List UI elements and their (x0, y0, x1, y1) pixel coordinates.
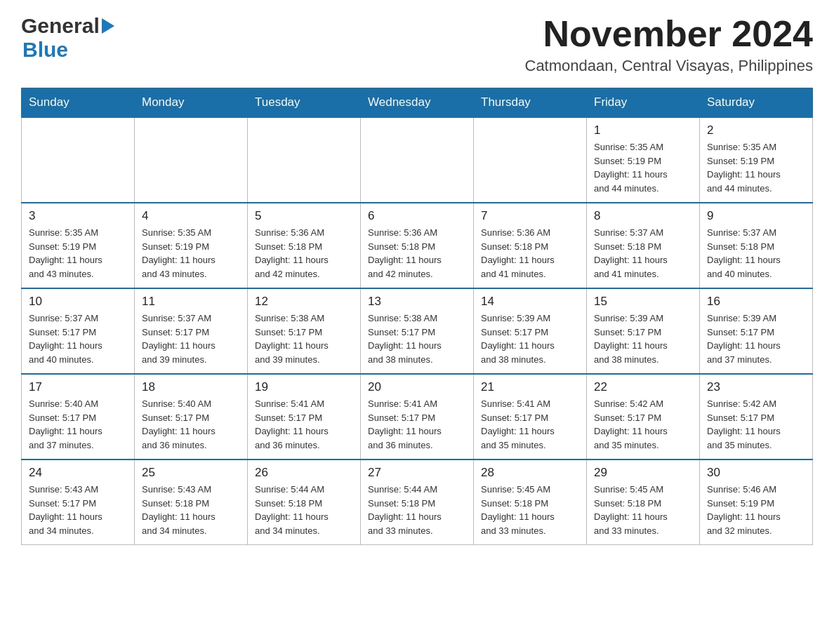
table-row: 29Sunrise: 5:45 AMSunset: 5:18 PMDayligh… (587, 459, 700, 545)
day-info: Sunrise: 5:41 AMSunset: 5:17 PMDaylight:… (368, 397, 466, 452)
day-number: 28 (481, 466, 579, 480)
day-info: Sunrise: 5:44 AMSunset: 5:18 PMDaylight:… (368, 483, 466, 537)
day-number: 24 (29, 466, 127, 480)
table-row: 6Sunrise: 5:36 AMSunset: 5:18 PMDaylight… (361, 203, 474, 288)
day-number: 2 (707, 123, 805, 137)
table-row: 27Sunrise: 5:44 AMSunset: 5:18 PMDayligh… (361, 459, 474, 545)
day-info: Sunrise: 5:37 AMSunset: 5:17 PMDaylight:… (142, 311, 240, 366)
day-info: Sunrise: 5:41 AMSunset: 5:17 PMDaylight:… (255, 397, 353, 452)
logo-general-text: General (21, 14, 100, 38)
day-info: Sunrise: 5:41 AMSunset: 5:17 PMDaylight:… (481, 397, 579, 452)
table-row: 28Sunrise: 5:45 AMSunset: 5:18 PMDayligh… (474, 459, 587, 545)
day-info: Sunrise: 5:36 AMSunset: 5:18 PMDaylight:… (481, 226, 579, 281)
day-info: Sunrise: 5:35 AMSunset: 5:19 PMDaylight:… (142, 226, 240, 281)
col-tuesday: Tuesday (248, 88, 361, 118)
table-row: 16Sunrise: 5:39 AMSunset: 5:17 PMDayligh… (700, 288, 813, 374)
table-row: 30Sunrise: 5:46 AMSunset: 5:19 PMDayligh… (700, 459, 813, 545)
table-row: 20Sunrise: 5:41 AMSunset: 5:17 PMDayligh… (361, 374, 474, 459)
table-row: 26Sunrise: 5:44 AMSunset: 5:18 PMDayligh… (248, 459, 361, 545)
page-header: General Blue November 2024 Catmondaan, C… (21, 14, 813, 75)
table-row: 11Sunrise: 5:37 AMSunset: 5:17 PMDayligh… (135, 288, 248, 374)
table-row (361, 117, 474, 203)
table-row (474, 117, 587, 203)
title-area: November 2024 Catmondaan, Central Visaya… (525, 14, 814, 75)
day-info: Sunrise: 5:37 AMSunset: 5:18 PMDaylight:… (594, 226, 692, 281)
day-number: 14 (481, 295, 579, 309)
calendar-week-row: 24Sunrise: 5:43 AMSunset: 5:17 PMDayligh… (22, 459, 813, 545)
day-number: 8 (594, 209, 692, 223)
col-monday: Monday (135, 88, 248, 118)
table-row: 23Sunrise: 5:42 AMSunset: 5:17 PMDayligh… (700, 374, 813, 459)
day-info: Sunrise: 5:46 AMSunset: 5:19 PMDaylight:… (707, 483, 805, 537)
day-number: 27 (368, 466, 466, 480)
table-row (22, 117, 135, 203)
table-row: 12Sunrise: 5:38 AMSunset: 5:17 PMDayligh… (248, 288, 361, 374)
day-info: Sunrise: 5:40 AMSunset: 5:17 PMDaylight:… (142, 397, 240, 452)
day-info: Sunrise: 5:40 AMSunset: 5:17 PMDaylight:… (29, 397, 127, 452)
day-info: Sunrise: 5:42 AMSunset: 5:17 PMDaylight:… (707, 397, 805, 452)
day-number: 16 (707, 295, 805, 309)
day-number: 10 (29, 295, 127, 309)
day-number: 1 (594, 123, 692, 137)
day-number: 18 (142, 380, 240, 394)
day-info: Sunrise: 5:42 AMSunset: 5:17 PMDaylight:… (594, 397, 692, 452)
day-info: Sunrise: 5:35 AMSunset: 5:19 PMDaylight:… (29, 226, 127, 281)
calendar-week-row: 3Sunrise: 5:35 AMSunset: 5:19 PMDaylight… (22, 203, 813, 288)
table-row: 1Sunrise: 5:35 AMSunset: 5:19 PMDaylight… (587, 117, 700, 203)
day-number: 17 (29, 380, 127, 394)
day-number: 12 (255, 295, 353, 309)
logo-chevron-icon (101, 18, 114, 34)
logo: General Blue (21, 14, 114, 62)
day-info: Sunrise: 5:39 AMSunset: 5:17 PMDaylight:… (594, 311, 692, 366)
day-info: Sunrise: 5:35 AMSunset: 5:19 PMDaylight:… (707, 140, 805, 195)
day-info: Sunrise: 5:44 AMSunset: 5:18 PMDaylight:… (255, 483, 353, 537)
calendar-week-row: 10Sunrise: 5:37 AMSunset: 5:17 PMDayligh… (22, 288, 813, 374)
table-row: 3Sunrise: 5:35 AMSunset: 5:19 PMDaylight… (22, 203, 135, 288)
table-row (248, 117, 361, 203)
day-info: Sunrise: 5:43 AMSunset: 5:17 PMDaylight:… (29, 483, 127, 537)
day-number: 5 (255, 209, 353, 223)
table-row: 21Sunrise: 5:41 AMSunset: 5:17 PMDayligh… (474, 374, 587, 459)
svg-marker-0 (102, 18, 114, 34)
calendar-week-row: 1Sunrise: 5:35 AMSunset: 5:19 PMDaylight… (22, 117, 813, 203)
day-number: 22 (594, 380, 692, 394)
day-number: 9 (707, 209, 805, 223)
day-number: 21 (481, 380, 579, 394)
col-sunday: Sunday (22, 88, 135, 118)
day-number: 11 (142, 295, 240, 309)
table-row: 24Sunrise: 5:43 AMSunset: 5:17 PMDayligh… (22, 459, 135, 545)
day-info: Sunrise: 5:36 AMSunset: 5:18 PMDaylight:… (255, 226, 353, 281)
day-info: Sunrise: 5:38 AMSunset: 5:17 PMDaylight:… (368, 311, 466, 366)
table-row: 22Sunrise: 5:42 AMSunset: 5:17 PMDayligh… (587, 374, 700, 459)
day-info: Sunrise: 5:43 AMSunset: 5:18 PMDaylight:… (142, 483, 240, 537)
day-info: Sunrise: 5:36 AMSunset: 5:18 PMDaylight:… (368, 226, 466, 281)
table-row: 5Sunrise: 5:36 AMSunset: 5:18 PMDaylight… (248, 203, 361, 288)
day-number: 20 (368, 380, 466, 394)
day-number: 25 (142, 466, 240, 480)
table-row: 4Sunrise: 5:35 AMSunset: 5:19 PMDaylight… (135, 203, 248, 288)
col-thursday: Thursday (474, 88, 587, 118)
col-saturday: Saturday (700, 88, 813, 118)
table-row: 15Sunrise: 5:39 AMSunset: 5:17 PMDayligh… (587, 288, 700, 374)
table-row: 14Sunrise: 5:39 AMSunset: 5:17 PMDayligh… (474, 288, 587, 374)
day-info: Sunrise: 5:45 AMSunset: 5:18 PMDaylight:… (481, 483, 579, 537)
day-number: 13 (368, 295, 466, 309)
calendar-week-row: 17Sunrise: 5:40 AMSunset: 5:17 PMDayligh… (22, 374, 813, 459)
day-info: Sunrise: 5:37 AMSunset: 5:18 PMDaylight:… (707, 226, 805, 281)
table-row: 18Sunrise: 5:40 AMSunset: 5:17 PMDayligh… (135, 374, 248, 459)
day-info: Sunrise: 5:35 AMSunset: 5:19 PMDaylight:… (594, 140, 692, 195)
col-friday: Friday (587, 88, 700, 118)
table-row: 25Sunrise: 5:43 AMSunset: 5:18 PMDayligh… (135, 459, 248, 545)
day-number: 30 (707, 466, 805, 480)
table-row: 9Sunrise: 5:37 AMSunset: 5:18 PMDaylight… (700, 203, 813, 288)
location-title: Catmondaan, Central Visayas, Philippines (525, 57, 814, 75)
col-wednesday: Wednesday (361, 88, 474, 118)
day-info: Sunrise: 5:37 AMSunset: 5:17 PMDaylight:… (29, 311, 127, 366)
day-number: 23 (707, 380, 805, 394)
logo-blue-text: Blue (22, 38, 68, 61)
day-info: Sunrise: 5:45 AMSunset: 5:18 PMDaylight:… (594, 483, 692, 537)
table-row: 10Sunrise: 5:37 AMSunset: 5:17 PMDayligh… (22, 288, 135, 374)
month-title: November 2024 (525, 14, 814, 54)
table-row: 2Sunrise: 5:35 AMSunset: 5:19 PMDaylight… (700, 117, 813, 203)
day-number: 29 (594, 466, 692, 480)
